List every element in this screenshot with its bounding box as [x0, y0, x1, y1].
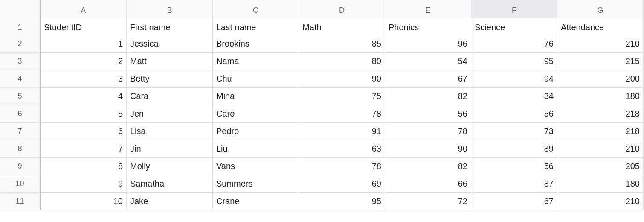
cell-f9[interactable]: 56: [471, 158, 557, 175]
cell-b6[interactable]: Jen: [127, 105, 213, 123]
cell-a8[interactable]: 7: [41, 140, 127, 158]
cell-b5[interactable]: Cara: [127, 88, 213, 105]
cell-a9[interactable]: 8: [41, 158, 127, 175]
cell-f10[interactable]: 87: [471, 175, 557, 193]
row-header-5[interactable]: 5: [0, 88, 41, 105]
cell-d6[interactable]: 78: [299, 105, 385, 123]
cell-e2[interactable]: 96: [385, 35, 471, 53]
cell-d10[interactable]: 69: [299, 175, 385, 193]
cell-g4[interactable]: 200: [557, 70, 644, 88]
cell-e11[interactable]: 72: [385, 193, 471, 210]
cell-g6[interactable]: 218: [557, 105, 644, 123]
cell-d2[interactable]: 85: [299, 35, 385, 53]
cell-c5[interactable]: Mina: [213, 88, 299, 105]
cell-e6[interactable]: 56: [385, 105, 471, 123]
cell-f8[interactable]: 89: [471, 140, 557, 158]
cell-e9[interactable]: 82: [385, 158, 471, 175]
cell-b7[interactable]: Lisa: [127, 123, 213, 140]
cell-c4[interactable]: Chu: [213, 70, 299, 88]
row-header-9[interactable]: 9: [0, 158, 41, 175]
cell-b8[interactable]: Jin: [127, 140, 213, 158]
cell-g1[interactable]: Attendance: [557, 18, 644, 38]
cell-b11[interactable]: Jake: [127, 193, 213, 210]
cell-d5[interactable]: 75: [299, 88, 385, 105]
cell-b2[interactable]: Jessica: [127, 35, 213, 53]
cell-d1[interactable]: Math: [299, 18, 385, 38]
cell-e10[interactable]: 66: [385, 175, 471, 193]
cell-a2[interactable]: 1: [41, 35, 127, 53]
cell-a4[interactable]: 3: [41, 70, 127, 88]
cell-d9[interactable]: 78: [299, 158, 385, 175]
cell-b10[interactable]: Samatha: [127, 175, 213, 193]
cell-f1[interactable]: Science: [471, 18, 557, 38]
cell-g3[interactable]: 215: [557, 53, 644, 70]
cell-b3[interactable]: Matt: [127, 53, 213, 70]
cell-a10[interactable]: 9: [41, 175, 127, 193]
cell-b1[interactable]: First name: [127, 18, 213, 38]
cell-g10[interactable]: 180: [557, 175, 644, 193]
cell-f5[interactable]: 34: [471, 88, 557, 105]
row-header-8[interactable]: 8: [0, 140, 41, 158]
row-header-1[interactable]: 1: [0, 18, 41, 38]
cell-e5[interactable]: 82: [385, 88, 471, 105]
cell-g9[interactable]: 205: [557, 158, 644, 175]
cell-a11[interactable]: 10: [41, 193, 127, 210]
cell-d8[interactable]: 63: [299, 140, 385, 158]
cell-f11[interactable]: 67: [471, 193, 557, 210]
cell-c7[interactable]: Pedro: [213, 123, 299, 140]
cell-c11[interactable]: Crane: [213, 193, 299, 210]
row-header-3[interactable]: 3: [0, 53, 41, 70]
cell-g5[interactable]: 180: [557, 88, 644, 105]
cell-c2[interactable]: Brookins: [213, 35, 299, 53]
cell-c10[interactable]: Summers: [213, 175, 299, 193]
cell-c3[interactable]: Nama: [213, 53, 299, 70]
cell-c1[interactable]: Last name: [213, 18, 299, 38]
cell-a3[interactable]: 2: [41, 53, 127, 70]
cell-d3[interactable]: 80: [299, 53, 385, 70]
cell-f3[interactable]: 95: [471, 53, 557, 70]
cell-a6[interactable]: 5: [41, 105, 127, 123]
row-header-11[interactable]: 11: [0, 193, 41, 210]
cell-a7[interactable]: 6: [41, 123, 127, 140]
cell-d4[interactable]: 90: [299, 70, 385, 88]
cell-b4[interactable]: Betty: [127, 70, 213, 88]
cell-d11[interactable]: 95: [299, 193, 385, 210]
cell-b9[interactable]: Molly: [127, 158, 213, 175]
row-header-7[interactable]: 7: [0, 123, 41, 140]
cell-g11[interactable]: 210: [557, 193, 644, 210]
cell-f6[interactable]: 56: [471, 105, 557, 123]
row-header-2[interactable]: 2: [0, 35, 41, 53]
cell-d7[interactable]: 91: [299, 123, 385, 140]
cell-e3[interactable]: 54: [385, 53, 471, 70]
cell-c6[interactable]: Caro: [213, 105, 299, 123]
spreadsheet-grid[interactable]: A B C D E F G 1 StudentID First name Las…: [0, 0, 644, 210]
cell-g7[interactable]: 218: [557, 123, 644, 140]
cell-e7[interactable]: 78: [385, 123, 471, 140]
cell-c8[interactable]: Liu: [213, 140, 299, 158]
cell-g2[interactable]: 210: [557, 35, 644, 53]
row-header-4[interactable]: 4: [0, 70, 41, 88]
row-header-6[interactable]: 6: [0, 105, 41, 123]
cell-f7[interactable]: 73: [471, 123, 557, 140]
cell-a1[interactable]: StudentID: [41, 18, 127, 38]
cell-a5[interactable]: 4: [41, 88, 127, 105]
cell-g8[interactable]: 210: [557, 140, 644, 158]
cell-e8[interactable]: 90: [385, 140, 471, 158]
cell-c9[interactable]: Vans: [213, 158, 299, 175]
row-header-10[interactable]: 10: [0, 175, 41, 193]
cell-e4[interactable]: 67: [385, 70, 471, 88]
cell-f4[interactable]: 94: [471, 70, 557, 88]
cell-e1[interactable]: Phonics: [385, 18, 471, 38]
cell-f2[interactable]: 76: [471, 35, 557, 53]
